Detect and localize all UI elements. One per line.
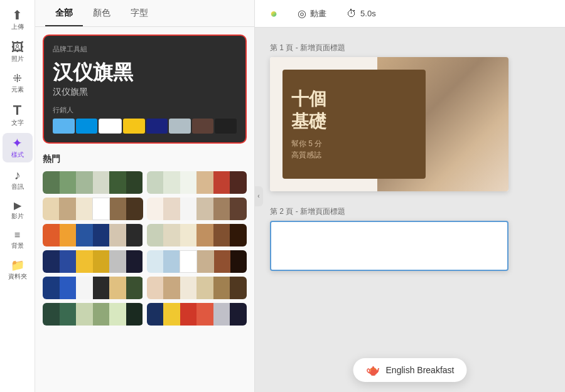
sidebar-item-photo[interactable]: 🖼 照片: [3, 37, 33, 66]
toast-icon: 🫖: [366, 363, 380, 377]
sidebar-item-label-element: 元素: [11, 86, 24, 93]
tab-font[interactable]: 字型: [121, 0, 158, 26]
palette-item-2b[interactable]: [147, 198, 247, 220]
palette-item-4b[interactable]: [147, 250, 247, 273]
video-icon: ▶: [14, 201, 21, 211]
sidebar-item-upload[interactable]: ⬆ 上傳: [3, 5, 33, 34]
sidebar-item-label-upload: 上傳: [11, 23, 24, 31]
palette-item-5a[interactable]: [43, 277, 143, 299]
photo-icon: 🖼: [11, 41, 24, 53]
brand-font-small[interactable]: 汉仪旗黑: [53, 87, 237, 98]
sidebar-item-label-text: 文字: [11, 119, 24, 127]
toast-text: English Breakfast: [386, 365, 455, 375]
palette-row-6: [43, 303, 247, 326]
brand-swatch-1[interactable]: [53, 119, 75, 134]
brand-toolkit-card: 品牌工具組 汉仪旗黑 汉仪旗黑 行銷人: [43, 34, 247, 144]
sidebar-item-label-background: 背景: [11, 242, 24, 250]
palette-item-2a[interactable]: [43, 198, 143, 220]
panel-tabs: 全部 顏色 字型: [35, 0, 254, 27]
pages-container: 第 1 頁 - 新增頁面標題 十個 基礎 幫你 5 分 高質感誌: [255, 28, 565, 392]
animation-label: 動畫: [310, 8, 326, 19]
panel-content: 品牌工具組 汉仪旗黑 汉仪旗黑 行銷人 熱門: [35, 27, 254, 392]
brand-swatch-5[interactable]: [146, 119, 168, 134]
canvas-toolbar: ● ◎ 動畫 ⏱ 5.0s: [255, 0, 565, 28]
popular-section-header: 熱門: [43, 154, 247, 165]
toast-notification: 🫖 English Breakfast: [353, 358, 467, 382]
timer-icon: ⏱: [347, 8, 357, 19]
palette-row-3: [43, 224, 247, 246]
sidebar-item-video[interactable]: ▶ 影片: [3, 197, 33, 224]
palette-row-2: [43, 198, 247, 220]
brand-swatch-7[interactable]: [192, 119, 214, 134]
brand-swatch-6[interactable]: [169, 119, 191, 134]
sidebar-item-element[interactable]: ⁜ 元素: [3, 69, 33, 97]
upload-icon: ⬆: [12, 9, 23, 21]
brand-swatch-3[interactable]: [99, 119, 122, 134]
sidebar-item-label-music: 音訊: [11, 183, 24, 191]
brand-color-strip: [53, 119, 237, 134]
page-2-wrapper: 第 2 頁 - 新增頁面標題: [270, 206, 550, 271]
timer-button[interactable]: ⏱ 5.0s: [342, 6, 381, 22]
page-1-label: 第 1 頁 - 新增頁面標題: [270, 43, 550, 53]
page-1-title: 十個 基礎: [291, 88, 417, 134]
brand-section-label: 品牌工具組: [53, 45, 237, 54]
sidebar-item-label-folder: 資料夾: [8, 273, 27, 280]
timer-label: 5.0s: [360, 9, 376, 18]
palette-item-1a[interactable]: [43, 171, 143, 194]
sidebar-item-label-photo: 照片: [11, 55, 24, 63]
page-1-background: 十個 基礎 幫你 5 分 高質感誌: [270, 57, 508, 191]
panel-collapse-button[interactable]: ‹: [254, 186, 263, 206]
sidebar-item-label-style: 樣式: [11, 151, 24, 159]
color-wheel-icon: ●: [270, 6, 277, 21]
palette-item-3a[interactable]: [43, 224, 143, 246]
palette-row-4: [43, 250, 247, 273]
palette-item-6b[interactable]: [147, 303, 247, 326]
brand-swatch-4[interactable]: [123, 119, 145, 134]
page-1-subtitle: 幫你 5 分 高質感誌: [291, 138, 417, 161]
folder-icon: 📁: [11, 260, 24, 271]
sidebar-item-background[interactable]: ≡ 背景: [3, 226, 33, 253]
palette-item-3b[interactable]: [147, 224, 247, 246]
text-icon: T: [13, 103, 21, 117]
element-icon: ⁜: [13, 73, 22, 84]
sidebar-item-label-video: 影片: [11, 213, 24, 220]
palette-item-6a[interactable]: [43, 303, 143, 326]
style-panel: 全部 顏色 字型 品牌工具組 汉仪旗黑 汉仪旗黑 行銷人 熱門: [35, 0, 255, 392]
brand-marketer-label: 行銷人: [53, 105, 237, 115]
style-icon: ✦: [12, 137, 23, 149]
animation-button[interactable]: ◎ 動畫: [293, 5, 331, 22]
icon-sidebar: ⬆ 上傳 🖼 照片 ⁜ 元素 T 文字 ✦ 樣式 ♪ 音訊 ▶ 影片 ≡ 背景 …: [0, 0, 35, 392]
page-1-canvas[interactable]: 十個 基礎 幫你 5 分 高質感誌: [270, 57, 508, 191]
brand-font-large[interactable]: 汉仪旗黑: [53, 60, 237, 84]
music-icon: ♪: [14, 169, 21, 181]
animation-icon: ◎: [298, 8, 306, 19]
palette-row-1: [43, 171, 247, 194]
palette-item-4a[interactable]: [43, 250, 143, 273]
sidebar-item-music[interactable]: ♪ 音訊: [3, 165, 33, 194]
brand-swatch-2[interactable]: [76, 119, 98, 134]
page-1-overlay: 十個 基礎 幫你 5 分 高質感誌: [282, 70, 426, 179]
page-2-label: 第 2 頁 - 新增頁面標題: [270, 206, 550, 217]
background-icon: ≡: [14, 230, 20, 240]
color-picker-button[interactable]: ●: [265, 4, 282, 23]
palette-item-5b[interactable]: [147, 277, 247, 299]
page-2-canvas[interactable]: [270, 221, 508, 271]
sidebar-item-style[interactable]: ✦ 樣式: [3, 133, 33, 162]
tab-all[interactable]: 全部: [45, 0, 83, 26]
palette-row-5: [43, 277, 247, 299]
canvas-area: ● ◎ 動畫 ⏱ 5.0s 第 1 頁 - 新增頁面標題 十個 基礎: [255, 0, 565, 392]
palette-grid: [43, 171, 247, 326]
palette-item-1b[interactable]: [147, 171, 247, 194]
brand-swatch-8[interactable]: [215, 119, 237, 134]
tab-color[interactable]: 顏色: [83, 0, 121, 26]
page-1-wrapper: 第 1 頁 - 新增頁面標題 十個 基礎 幫你 5 分 高質感誌: [270, 43, 550, 191]
sidebar-item-folder[interactable]: 📁 資料夾: [3, 256, 33, 284]
sidebar-item-text[interactable]: T 文字: [3, 100, 33, 130]
